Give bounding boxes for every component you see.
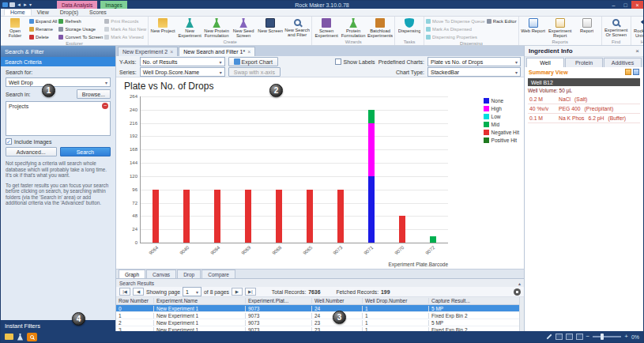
batchload-experiments-button[interactable]: Batchload Experiments: [367, 17, 393, 40]
ingredient-tab-additives[interactable]: Additives: [604, 58, 642, 67]
redo-icon[interactable]: ►: [23, 2, 28, 7]
column-header-experiment-plat[interactable]: Experiment.Plat...: [246, 298, 312, 303]
dispensing-button[interactable]: Dispensing: [397, 17, 422, 40]
table-row[interactable]: 2New Experiment 190732315 MP: [116, 319, 524, 326]
move-to-dispense-queue-button[interactable]: Move To Dispense Queue: [426, 17, 485, 25]
summary-grid-icon[interactable]: [625, 69, 631, 75]
zoom-out-icon[interactable]: −: [586, 334, 590, 340]
series-select[interactable]: Well Drop.Score.Name: [140, 67, 225, 77]
web-report-button[interactable]: Web Report: [521, 17, 546, 40]
view-tab-drop[interactable]: Drop: [177, 270, 201, 278]
ingredient-tab-protein[interactable]: Protein: [565, 58, 603, 67]
close-tab-icon[interactable]: ×: [170, 49, 173, 55]
edit-pencil-icon[interactable]: [546, 334, 552, 339]
view-tab-compare[interactable]: Compare: [201, 270, 235, 278]
show-labels-checkbox[interactable]: Show Labels: [335, 58, 375, 65]
rockmaker-university-button[interactable]: RockMaker University: [633, 17, 643, 40]
new-screen-button[interactable]: New Screen: [258, 17, 283, 40]
customize-toolbar-icon[interactable]: ▾: [29, 2, 32, 7]
ingredient-row[interactable]: 0.2 MNaCl(Salt): [528, 95, 640, 104]
zoom-slider[interactable]: [593, 336, 621, 337]
view-mode-grid-icon[interactable]: [555, 334, 563, 340]
advanced-button[interactable]: Advanced...: [6, 147, 57, 156]
search-mode-icon[interactable]: [27, 333, 37, 341]
table-row[interactable]: 0New Experiment 190732415 MP: [116, 305, 524, 312]
summary-view-label[interactable]: Summary View: [529, 70, 568, 75]
y-axis-select[interactable]: No. of Results: [140, 57, 225, 66]
list-view-icon[interactable]: [633, 69, 639, 75]
mark-as-dispensed-button[interactable]: Mark As Dispensed: [426, 25, 485, 33]
close-button[interactable]: ×: [631, 1, 643, 9]
column-header-well-drop-number[interactable]: Well Drop.Number: [363, 298, 429, 303]
table-row[interactable]: 1New Experiment 19073241Fixed Exp Bin 2: [116, 312, 524, 319]
report-button[interactable]: Report: [574, 17, 600, 40]
column-header-capture-result[interactable]: Capture Result...: [429, 298, 524, 303]
new-project-button[interactable]: New Project: [150, 17, 175, 40]
undo-icon[interactable]: ◄: [17, 2, 21, 7]
screen-experiment-button[interactable]: Screen Experiment: [314, 17, 339, 40]
print-records-button[interactable]: Print Records: [104, 17, 146, 25]
ribbon-tab-view[interactable]: View: [32, 9, 55, 16]
view-tab-graph[interactable]: Graph: [119, 270, 145, 278]
ingredient-row[interactable]: 0.1 MNa K Phos6.2 pH(Buffer): [528, 114, 640, 123]
experiment-report-button[interactable]: Experiment Report: [548, 17, 573, 40]
zoom-in-icon[interactable]: +: [624, 334, 628, 340]
browse-button[interactable]: Browse...: [77, 89, 111, 99]
explorer-folder-icon[interactable]: [5, 334, 13, 340]
zoom-slider-thumb[interactable]: [601, 334, 604, 340]
new-experiment-button[interactable]: New Experiment: [177, 17, 202, 40]
column-header-row-number[interactable]: Row Number: [116, 298, 154, 303]
storage-usage-button[interactable]: Storage Usage: [58, 25, 103, 33]
next-page-button[interactable]: ▶: [232, 288, 243, 296]
collapse-results-icon[interactable]: [518, 281, 521, 286]
protein-formulation-button[interactable]: Protein Formulation: [341, 17, 366, 40]
mark-as-viewed-button[interactable]: Mark As Viewed: [104, 33, 146, 41]
instant-filters-header[interactable]: Instant Filters: [1, 320, 115, 331]
view-tab-canvas[interactable]: Canvas: [146, 270, 176, 278]
convert-to-screen-button[interactable]: Convert To Screen: [58, 33, 103, 41]
rack-editor-button[interactable]: Rack Editor: [487, 17, 517, 25]
ingredient-tab-well[interactable]: Well: [526, 58, 564, 67]
chart-type-select[interactable]: StackedBar: [427, 67, 521, 77]
predefined-charts-select[interactable]: Plate vs No. of Drops: [427, 57, 521, 66]
refresh-button[interactable]: Refresh: [58, 17, 103, 25]
search-in-listbox[interactable]: Projects: [6, 101, 111, 136]
view-mode-detail-icon[interactable]: [576, 334, 583, 340]
minimize-button[interactable]: –: [608, 1, 620, 9]
close-tab-icon[interactable]: ×: [247, 49, 250, 55]
prev-page-button[interactable]: ◀: [133, 288, 144, 296]
close-panel-icon[interactable]: ×: [635, 47, 639, 55]
experiment-or-screen-button[interactable]: Experiment Or Screen: [604, 17, 629, 40]
expand-all-button[interactable]: Expand All: [29, 17, 57, 25]
app-icon[interactable]: [2, 2, 8, 7]
new-seed-screen-button[interactable]: New Seed Screen: [231, 17, 256, 40]
maximize-button[interactable]: □: [620, 1, 631, 9]
search-button[interactable]: Search: [60, 147, 111, 156]
ingredient-row[interactable]: 40 %v/vPEG 400(Precipitant): [528, 104, 640, 114]
save-icon[interactable]: [9, 2, 15, 7]
column-header-experiment-name[interactable]: Experiment.Name: [154, 298, 246, 303]
remove-folder-icon[interactable]: [102, 103, 108, 109]
first-page-button[interactable]: |◀: [119, 288, 130, 296]
new-protein-formulation-button[interactable]: New Protein Formulation: [204, 17, 229, 40]
include-images-checkbox[interactable]: Include Images: [6, 138, 111, 145]
export-chart-button[interactable]: Export Chart: [228, 57, 278, 66]
ribbon-tab-home[interactable]: Home: [4, 9, 32, 16]
search-in-item[interactable]: Projects: [9, 104, 107, 109]
view-mode-list-icon[interactable]: [566, 334, 573, 340]
last-page-button[interactable]: ▶|: [245, 288, 256, 296]
new-search-and-filter-button[interactable]: New Search and Filter: [284, 17, 310, 40]
document-tab-new-search-and-filter-1[interactable]: New Search and Filter 1*×: [179, 47, 255, 56]
page-select[interactable]: 1: [183, 287, 201, 296]
swap-axis-button[interactable]: Swap with x-axis: [228, 67, 281, 77]
search-for-select[interactable]: Well Drop: [6, 77, 111, 87]
settings-gear-icon[interactable]: [514, 288, 521, 296]
delete-button[interactable]: Delete: [29, 33, 57, 41]
open-folder-button[interactable]: Open Folder: [2, 17, 28, 41]
document-tab-new-experiment-2[interactable]: New Experiment 2×: [118, 47, 178, 56]
mark-as-not-new-button[interactable]: Mark As Not New: [104, 25, 146, 33]
rename-button[interactable]: Rename: [29, 25, 57, 33]
column-header-well-number[interactable]: Well.Number: [312, 298, 363, 303]
ribbon-tab-scores[interactable]: Scores: [84, 9, 112, 16]
dispensing-properties-button[interactable]: Dispensing Properties: [426, 33, 485, 41]
